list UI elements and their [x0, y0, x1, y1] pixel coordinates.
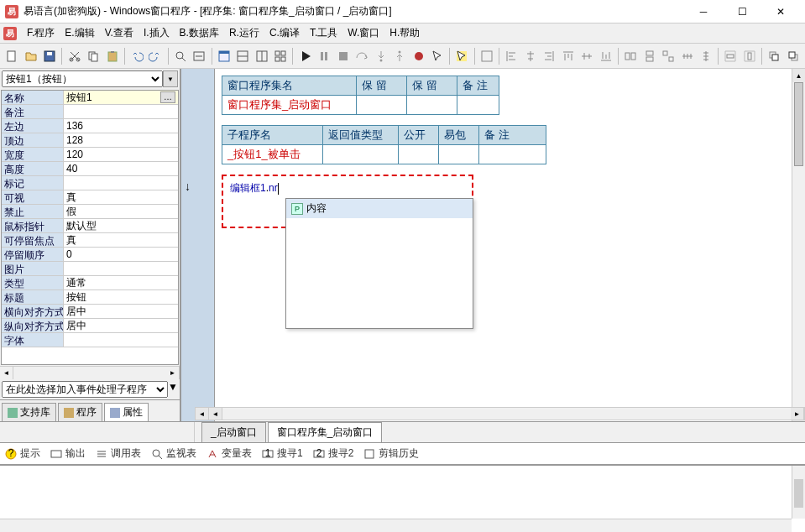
- form-icon[interactable]: [216, 47, 233, 65]
- new-file-icon[interactable]: [3, 47, 20, 65]
- prop-val[interactable]: 120: [64, 148, 178, 161]
- group-icon[interactable]: [478, 47, 495, 65]
- center-v-icon[interactable]: [741, 47, 758, 65]
- prop-hscroll[interactable]: ◄ ►: [0, 366, 180, 379]
- autocomplete-item[interactable]: P 内容: [286, 199, 473, 218]
- prop-row[interactable]: 标记: [2, 176, 178, 190]
- breakpoint-icon[interactable]: [410, 47, 426, 65]
- event-selector-btn[interactable]: ▼: [168, 381, 178, 398]
- module-name-cell[interactable]: 窗口程序集_启动窗口: [222, 96, 357, 115]
- property-grid[interactable]: 名称按钮1…备注左边136顶边128宽度120高度40标记可视真禁止假鼠标指针默…: [1, 90, 179, 365]
- prop-row[interactable]: 顶边128: [2, 133, 178, 148]
- prop-val[interactable]: [64, 262, 178, 275]
- remark-cell[interactable]: [457, 96, 499, 115]
- align-bottom-icon[interactable]: [597, 47, 614, 65]
- output-panel[interactable]: [0, 465, 805, 532]
- prop-ellipsis-button[interactable]: …: [160, 91, 175, 103]
- same-width-icon[interactable]: [622, 47, 639, 65]
- center-h-icon[interactable]: [722, 47, 739, 65]
- prop-row[interactable]: 可停留焦点真: [2, 233, 178, 248]
- open-file-icon[interactable]: [22, 47, 39, 65]
- autocomplete-popup[interactable]: P 内容: [285, 198, 473, 329]
- split-v-icon[interactable]: [254, 47, 270, 65]
- doctab-code[interactable]: 窗口程序集_启动窗口: [268, 422, 383, 442]
- sub-name-cell[interactable]: _按钮1_被单击: [222, 145, 323, 164]
- prop-row[interactable]: 鼠标指针默认型: [2, 219, 178, 233]
- send-back-icon[interactable]: [785, 47, 802, 65]
- scroll-thumb[interactable]: [794, 82, 803, 166]
- align-top-icon[interactable]: [559, 47, 576, 65]
- align-center-h-icon[interactable]: [521, 47, 538, 65]
- distribute-v-icon[interactable]: [698, 47, 714, 65]
- prop-val[interactable]: [64, 176, 178, 190]
- prop-row[interactable]: 宽度120: [2, 148, 178, 162]
- cursor-icon[interactable]: [429, 47, 446, 65]
- align-right-icon[interactable]: [541, 47, 557, 65]
- prop-val[interactable]: 0: [64, 248, 178, 261]
- prop-val[interactable]: 按钮: [64, 290, 178, 304]
- prop-val[interactable]: [64, 333, 178, 347]
- same-height-icon[interactable]: [640, 47, 657, 65]
- align-middle-icon[interactable]: [578, 47, 595, 65]
- prop-row[interactable]: 字体: [2, 333, 178, 347]
- prop-val[interactable]: 真: [64, 190, 178, 204]
- prop-row[interactable]: 左边136: [2, 119, 178, 133]
- menu-view[interactable]: V.查看: [100, 24, 139, 42]
- scroll-left2-icon[interactable]: ◄: [209, 408, 222, 420]
- code-edit-line[interactable]: 编辑框1.nr P 内容: [222, 175, 473, 228]
- bring-front-icon[interactable]: [766, 47, 782, 65]
- highlight-icon[interactable]: [453, 47, 470, 65]
- scroll-thumb[interactable]: [794, 479, 803, 508]
- tooltab-cliphistory[interactable]: 剪辑历史: [363, 446, 419, 461]
- same-size-icon[interactable]: [660, 47, 677, 65]
- stop-icon[interactable]: [334, 47, 351, 65]
- prop-row[interactable]: 名称按钮1…: [2, 91, 178, 105]
- copy-icon[interactable]: [85, 47, 102, 65]
- tooltab-calltable[interactable]: 调用表: [96, 446, 141, 461]
- undo-icon[interactable]: [128, 47, 145, 65]
- menu-insert[interactable]: I.插入: [139, 24, 175, 42]
- prop-row[interactable]: 纵向对齐方式居中: [2, 319, 178, 333]
- menu-database[interactable]: B.数据库: [175, 24, 224, 42]
- editor-vscroll[interactable]: ▲ ▼: [792, 69, 805, 421]
- tab-properties[interactable]: 属性: [104, 403, 149, 421]
- prop-val[interactable]: 假: [64, 205, 178, 218]
- split-h-icon[interactable]: [234, 47, 251, 65]
- replace-icon[interactable]: [191, 47, 207, 65]
- prop-val[interactable]: 真: [64, 233, 178, 247]
- scroll-right-icon[interactable]: ►: [166, 367, 180, 379]
- prop-val[interactable]: 40: [64, 162, 178, 175]
- scroll-up-icon[interactable]: ▲: [792, 69, 805, 82]
- prop-row[interactable]: 标题按钮: [2, 290, 178, 305]
- epkg-cell[interactable]: [439, 145, 479, 164]
- save-icon[interactable]: [41, 47, 58, 65]
- minimize-button[interactable]: ─: [684, 0, 723, 23]
- redo-icon[interactable]: [147, 47, 164, 65]
- prop-val[interactable]: 按钮1…: [64, 91, 178, 104]
- prop-row[interactable]: 高度40: [2, 162, 178, 176]
- editor-gutter[interactable]: ↓: [181, 69, 215, 421]
- tooltab-search1[interactable]: 1搜寻1: [262, 446, 303, 461]
- menu-window[interactable]: W.窗口: [342, 24, 384, 42]
- close-button[interactable]: ✕: [761, 0, 800, 23]
- step-into-icon[interactable]: [372, 47, 389, 65]
- maximize-button[interactable]: ☐: [723, 0, 761, 23]
- public-cell[interactable]: [399, 145, 439, 164]
- reserved-cell-2[interactable]: [407, 96, 457, 115]
- prop-val[interactable]: [64, 105, 178, 118]
- output-vscroll[interactable]: [792, 466, 805, 519]
- prop-val[interactable]: 136: [64, 119, 178, 133]
- event-selector[interactable]: 在此处选择加入事件处理子程序: [2, 381, 168, 398]
- prop-row[interactable]: 停留顺序0: [2, 248, 178, 262]
- doctab-form[interactable]: _启动窗口: [201, 422, 266, 442]
- step-over-icon[interactable]: [353, 47, 370, 65]
- prop-row[interactable]: 类型通常: [2, 276, 178, 290]
- prop-row[interactable]: 可视真: [2, 190, 178, 205]
- menu-help[interactable]: H.帮助: [384, 24, 425, 42]
- prop-val[interactable]: 默认型: [64, 219, 178, 232]
- editor-hscroll[interactable]: ◄ ◄ ►: [195, 407, 805, 420]
- tab-program[interactable]: 程序: [58, 403, 102, 421]
- prop-row[interactable]: 横向对齐方式居中: [2, 305, 178, 319]
- align-left-icon[interactable]: [503, 47, 520, 65]
- return-type-cell[interactable]: [323, 145, 399, 164]
